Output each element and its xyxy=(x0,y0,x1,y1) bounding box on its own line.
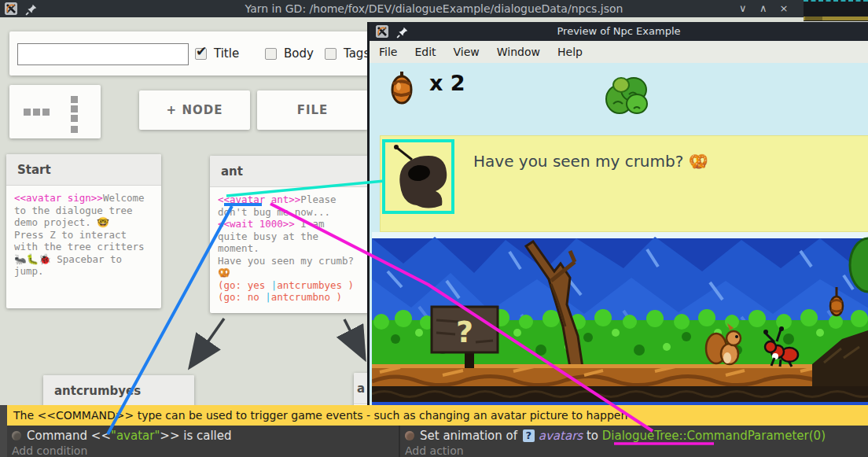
filter-title[interactable]: ✔ Title xyxy=(195,42,239,64)
action-parameter-value: DialogueTree::CommandParameter(0) xyxy=(602,429,826,443)
game-scene: ? xyxy=(372,232,868,407)
preview-window: Preview of Npc Example File Edit View Wi… xyxy=(367,22,868,457)
action-icon xyxy=(405,431,414,440)
node-start-title: Start xyxy=(6,154,161,186)
node-start-body: <<avatar sign>>Welcome to the dialogue t… xyxy=(6,186,161,284)
action-cell[interactable]: Set animation of ?avatars to DialogueTre… xyxy=(399,426,868,457)
file-button[interactable]: FILE xyxy=(257,90,368,130)
search-input[interactable] xyxy=(17,43,189,65)
hud-acorn-icon xyxy=(390,71,414,105)
search-card: ✔ Title Body Tags xyxy=(9,31,371,76)
bush-sprite xyxy=(602,72,651,118)
action-row[interactable]: Set animation of ?avatars to DialogueTre… xyxy=(405,428,826,444)
dialogue-box: Have you seen my crumb? 🥨 xyxy=(380,135,868,232)
preview-title: Preview of Npc Example xyxy=(370,22,868,41)
background-window-fragment xyxy=(804,0,868,21)
menu-file[interactable]: File xyxy=(379,46,397,58)
preview-titlebar: Preview of Npc Example xyxy=(370,22,868,41)
object-missing-icon: ? xyxy=(523,429,535,442)
window-controls: ∨ ∧ × xyxy=(734,0,793,17)
screen: Yarn in GD: /home/fox/DEV/dialogueExampl… xyxy=(0,0,868,457)
condition-row[interactable]: Command <<"avatar">> is called xyxy=(12,428,232,444)
add-node-button[interactable]: + NODE xyxy=(139,90,250,130)
close-button[interactable]: × xyxy=(775,0,793,17)
node-start[interactable]: Start <<avatar sign>>Welcome to the dial… xyxy=(6,154,161,308)
maximize-button[interactable]: ∧ xyxy=(755,0,772,17)
node-antcrumbyes-title: antcrumbyes xyxy=(43,375,194,407)
add-condition-link[interactable]: Add condition xyxy=(12,444,87,457)
node-ant-body: <<avatar ant>>Please don't bug me now...… xyxy=(210,187,369,310)
add-action-link[interactable]: Add action xyxy=(405,444,464,457)
menu-window[interactable]: Window xyxy=(497,46,540,58)
layout-toggle-card xyxy=(9,85,101,138)
filter-tags[interactable]: Tags xyxy=(325,42,370,64)
events-panel: The <<COMMAND>> type can be used to trig… xyxy=(0,405,868,457)
main-titlebar: Yarn in GD: /home/fox/DEV/dialogueExampl… xyxy=(0,0,868,17)
command-name-value: "avatar" xyxy=(111,429,160,443)
checkmark-icon: ✔ xyxy=(196,43,207,59)
sign-question-mark: ? xyxy=(456,315,473,349)
condition-cell[interactable]: Command <<"avatar">> is called Add condi… xyxy=(7,426,399,457)
node-ant[interactable]: ant <<avatar ant>>Please don't bug me no… xyxy=(210,156,369,313)
menu-help[interactable]: Help xyxy=(557,46,583,58)
dialogue-text: Have you seen my crumb? 🥨 xyxy=(473,152,708,171)
hud-item-count: x 2 xyxy=(429,71,465,95)
filter-tags-label: Tags xyxy=(344,46,370,61)
title-checkbox[interactable]: ✔ xyxy=(195,48,207,60)
command-tip-bar: The <<COMMAND>> type can be used to trig… xyxy=(7,405,868,426)
background-window-strip xyxy=(804,17,868,20)
tags-checkbox[interactable] xyxy=(325,48,337,60)
preview-menubar: File Edit View Window Help xyxy=(370,41,868,63)
minimize-button[interactable]: ∨ xyxy=(734,0,752,17)
filter-body-label: Body xyxy=(284,46,314,61)
node-ant-title: ant xyxy=(210,156,369,187)
filter-title-label: Title xyxy=(214,46,239,61)
filter-body[interactable]: Body xyxy=(265,42,314,64)
menu-view[interactable]: View xyxy=(454,46,480,58)
object-name-value: avatars xyxy=(539,429,583,443)
body-checkbox[interactable] xyxy=(265,48,277,60)
event-block-margin xyxy=(0,405,7,457)
condition-icon xyxy=(12,431,21,440)
menu-edit[interactable]: Edit xyxy=(414,46,436,58)
ant-avatar-image xyxy=(388,142,455,213)
